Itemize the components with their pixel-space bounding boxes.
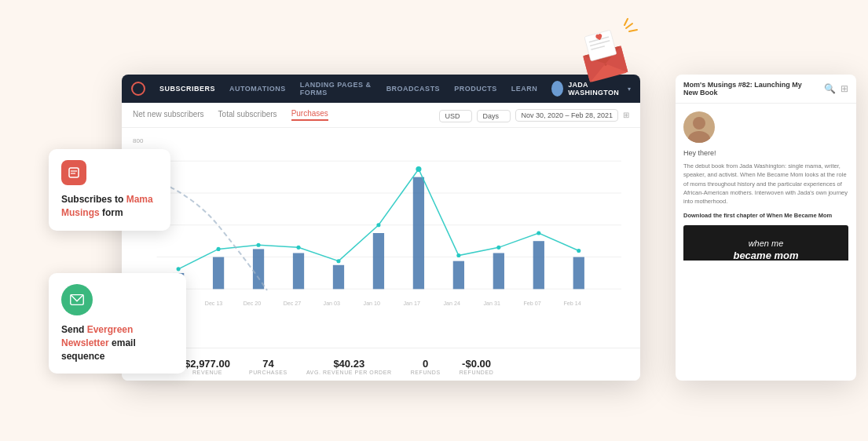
refunds-label: REFUNDS [411,370,441,375]
svg-point-33 [416,166,421,172]
totals-revenue: $2,977.00 REVENUE [185,358,230,375]
tab-purchases[interactable]: Purchases [291,109,328,121]
svg-point-28 [217,247,221,251]
svg-point-37 [577,249,580,253]
nav-item-learn[interactable]: LEARN [511,85,538,93]
book-cover: when me became mom JADA WASHINGTON [683,225,848,261]
svg-line-10 [624,19,628,25]
form-icon [68,166,80,179]
nav-item-automations[interactable]: AUTOMATIONS [229,85,286,93]
email-body-text: The debut book from Jada Washington: sin… [683,162,848,206]
email-panel-header: Mom's Musings #82: Launching My New Book… [676,75,856,104]
nav-item-subscribers[interactable]: SUBSCRIBERS [159,85,215,93]
email-icon-circle [61,284,93,315]
totals-refunds: 0 REFUNDS [411,358,441,375]
period-filter[interactable]: Days [477,108,511,122]
svg-point-54 [688,131,710,143]
totals-bar: TOTALS $2,977.00 REVENUE 74 PURCHASES $4… [122,348,640,381]
chart-area: 800 150 [122,128,640,348]
svg-line-8 [626,24,632,28]
sender-avatar [683,111,715,143]
email-panel-body: Hey there! The debut book from Jada Wash… [676,104,856,261]
svg-point-32 [376,223,380,227]
search-icon[interactable]: 🔍 [824,83,836,94]
svg-rect-19 [293,253,304,289]
nav-item-landing[interactable]: LANDING PAGES & FORMS [300,81,372,97]
svg-point-30 [296,246,300,250]
svg-rect-26 [573,257,584,290]
totals-purchases: 74 PURCHASES [249,358,288,375]
currency-select[interactable]: USD [439,110,472,122]
svg-text:Feb 07: Feb 07 [523,301,540,307]
svg-text:Dec 27: Dec 27 [284,301,302,307]
email-card: Send Evergreen Newsletter email sequence [49,273,186,374]
date-range[interactable]: Nov 30, 2020 – Feb 28, 2021 [515,109,618,122]
svg-rect-23 [453,261,464,290]
avg-value: $40.23 [306,358,392,370]
totals-avg: $40.23 AVG. REVENUE PER ORDER [306,358,392,375]
nav-logo [131,82,145,96]
svg-text:Jan 31: Jan 31 [483,301,500,307]
envelope-illustration [570,14,648,96]
svg-point-53 [693,117,705,129]
tab-net-new[interactable]: Net new subscribers [133,110,204,120]
svg-point-35 [496,246,500,250]
refunded-label: REFUNDED [460,370,494,375]
email-panel-actions: 🔍 ⊞ [824,83,848,94]
refunds-value: 0 [411,358,441,370]
y-label-800: 800 [133,137,143,144]
subscribe-card: Subscribes to Mama Musings form [49,149,170,231]
nav-item-products[interactable]: PRODUCTS [454,85,497,93]
email-icon [68,291,86,308]
totals-refunded: -$0.00 REFUNDED [460,358,494,375]
book-title-bold: became mom [693,250,839,261]
book-title-small: when me [693,238,839,249]
svg-rect-25 [533,241,544,289]
currency-filter[interactable]: USD [439,108,472,122]
svg-rect-17 [213,257,224,290]
svg-text:Jan 24: Jan 24 [444,301,460,307]
svg-line-9 [629,30,637,31]
svg-point-27 [177,267,181,271]
form-icon-box [61,160,86,185]
email-panel-title: Mom's Musings #82: Launching My New Book [683,81,809,97]
filter-group: USD Days Nov 30, 2020 – Feb 28, 2021 ⊞ [439,108,629,122]
avg-label: AVG. REVENUE PER ORDER [306,370,392,375]
tab-total[interactable]: Total subscribers [218,110,277,120]
svg-rect-20 [333,265,344,290]
svg-point-34 [456,253,460,257]
purchases-value: 74 [249,358,288,370]
nav-item-broadcasts[interactable]: BROADCASTS [386,85,441,93]
svg-text:Dec 20: Dec 20 [244,301,262,307]
email-greeting: Hey there! [683,149,848,157]
svg-rect-21 [373,233,384,289]
svg-rect-22 [413,177,424,290]
calendar-icon[interactable]: ⊞ [623,111,629,119]
svg-text:Jan 17: Jan 17 [404,301,420,307]
tabs-row: Net new subscribers Total subscribers Pu… [122,103,640,128]
refunded-value: -$0.00 [460,358,494,370]
subscribe-card-title: Subscribes to Mama Musings form [61,193,158,220]
purchases-label: PURCHASES [249,370,288,375]
revenue-value: $2,977.00 [185,358,230,370]
svg-point-31 [336,259,340,263]
svg-rect-49 [69,168,79,177]
svg-text:Feb 14: Feb 14 [563,301,580,307]
email-preview-panel: Mom's Musings #82: Launching My New Book… [676,75,856,381]
email-card-title: Send Evergreen Newsletter email sequence [61,323,174,363]
expand-icon[interactable]: ⊞ [841,83,848,94]
svg-point-29 [256,243,260,247]
avatar [551,81,563,97]
svg-text:Dec 13: Dec 13 [205,301,223,307]
dashboard-window: SUBSCRIBERS AUTOMATIONS LANDING PAGES & … [122,75,640,381]
svg-rect-24 [493,253,504,289]
chart-svg: Nov 26 Dec 13 Dec 20 Dec 27 Jan 03 Jan 1… [133,147,629,319]
svg-text:Jan 10: Jan 10 [364,301,380,307]
revenue-label: REVENUE [185,370,230,375]
period-select[interactable]: Days [477,110,511,122]
nav-bar: SUBSCRIBERS AUTOMATIONS LANDING PAGES & … [122,75,640,103]
email-cta: Download the first chapter of When Me Be… [683,212,848,219]
svg-text:Jan 03: Jan 03 [324,301,340,307]
svg-rect-18 [253,249,264,289]
svg-point-36 [537,231,540,235]
